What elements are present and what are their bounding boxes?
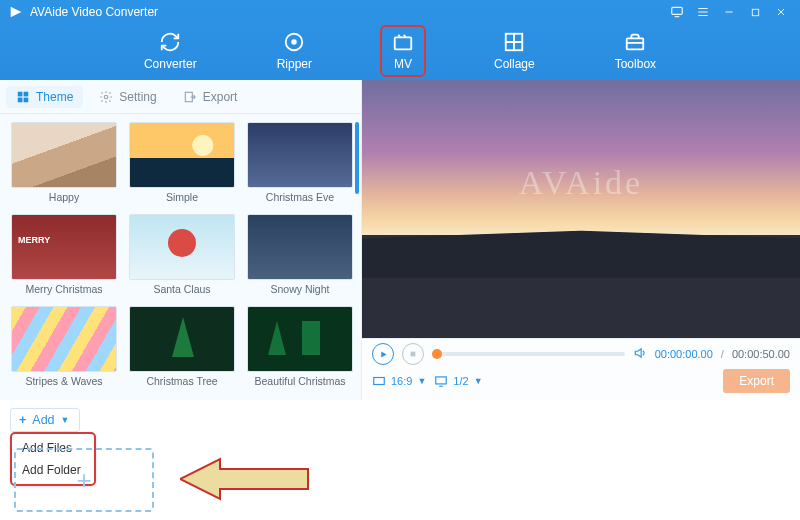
- add-button[interactable]: + Add ▼: [10, 408, 80, 432]
- svg-marker-16: [180, 459, 308, 499]
- theme-label: Christmas Eve: [266, 191, 334, 203]
- minimize-icon[interactable]: [716, 3, 742, 21]
- theme-thumb: [11, 306, 117, 372]
- theme-label: Stripes & Waves: [25, 375, 102, 387]
- theme-label: Merry Christmas: [25, 283, 102, 295]
- svg-rect-1: [752, 9, 758, 15]
- collage-icon: [503, 31, 525, 53]
- theme-item-stripes[interactable]: Stripes & Waves: [10, 306, 118, 392]
- theme-label: Happy: [49, 191, 79, 203]
- main-nav: Converter Ripper MV Collage Toolbox: [0, 22, 800, 80]
- close-icon[interactable]: [768, 3, 794, 21]
- right-panel: AVAide 00:00:00.00/00:00:50.00 16:9 ▼ 1/…: [362, 80, 800, 400]
- chevron-down-icon: ▼: [61, 415, 70, 425]
- tab-export[interactable]: Export: [173, 86, 248, 108]
- time-total: 00:00:50.00: [732, 348, 790, 360]
- theme-icon: [16, 90, 30, 104]
- volume-icon[interactable]: [633, 346, 647, 362]
- time-current: 00:00:00.00: [655, 348, 713, 360]
- plus-icon: +: [19, 413, 26, 427]
- tab-theme[interactable]: Theme: [6, 86, 83, 108]
- aspect-value: 16:9: [391, 375, 412, 387]
- nav-toolbox[interactable]: Toolbox: [603, 25, 668, 77]
- svg-rect-10: [24, 97, 29, 102]
- svg-rect-0: [672, 7, 683, 14]
- theme-item-snowy[interactable]: Snowy Night: [246, 214, 354, 300]
- theme-item-xmas-eve[interactable]: Christmas Eve: [246, 122, 354, 208]
- theme-thumb: [11, 214, 117, 280]
- nav-label: Ripper: [277, 57, 312, 71]
- left-tabs: Theme Setting Export: [0, 80, 361, 114]
- menu-icon[interactable]: [690, 3, 716, 21]
- content-area: Theme Setting Export Happy Simple Christ…: [0, 80, 800, 400]
- theme-item-simple[interactable]: Simple: [128, 122, 236, 208]
- plus-icon: +: [76, 465, 91, 496]
- nav-ripper[interactable]: Ripper: [265, 25, 324, 77]
- theme-label: Simple: [166, 191, 198, 203]
- theme-thumb: [129, 122, 235, 188]
- theme-thumb: [11, 122, 117, 188]
- annotation-arrow-icon: [180, 454, 310, 504]
- theme-thumb: [247, 122, 353, 188]
- bottom-panel: + Add ▼ Add Files Add Folder +: [0, 400, 800, 520]
- player-bar: 00:00:00.00/00:00:50.00 16:9 ▼ 1/2 ▼ Exp…: [362, 338, 800, 400]
- theme-label: Santa Claus: [153, 283, 210, 295]
- theme-item-merry[interactable]: Merry Christmas: [10, 214, 118, 300]
- app-logo-icon: [8, 4, 24, 20]
- nav-label: Toolbox: [615, 57, 656, 71]
- feedback-icon[interactable]: [664, 3, 690, 21]
- video-preview[interactable]: AVAide: [362, 80, 800, 338]
- export-button[interactable]: Export: [723, 369, 790, 393]
- app-header: AVAide Video Converter Converter Ripper …: [0, 0, 800, 80]
- tab-label: Theme: [36, 90, 73, 104]
- tab-label: Export: [203, 90, 238, 104]
- converter-icon: [159, 31, 181, 53]
- screen-icon: [434, 374, 448, 388]
- progress-track[interactable]: [432, 352, 625, 356]
- maximize-icon[interactable]: [742, 3, 768, 21]
- theme-grid[interactable]: Happy Simple Christmas Eve Merry Christm…: [0, 114, 361, 400]
- add-label: Add: [32, 413, 54, 427]
- svg-rect-4: [395, 37, 412, 49]
- svg-rect-9: [18, 97, 23, 102]
- mv-icon: [392, 31, 414, 53]
- theme-item-santa[interactable]: Santa Claus: [128, 214, 236, 300]
- aspect-ratio-selector[interactable]: 16:9 ▼: [372, 374, 426, 388]
- theme-item-beautiful[interactable]: Beautiful Christmas: [246, 306, 354, 392]
- ripper-icon: [283, 31, 305, 53]
- svg-point-3: [292, 40, 296, 44]
- left-panel: Theme Setting Export Happy Simple Christ…: [0, 80, 362, 400]
- aspect-icon: [372, 374, 386, 388]
- theme-item-xmas-tree[interactable]: Christmas Tree: [128, 306, 236, 392]
- toolbox-icon: [624, 31, 646, 53]
- page-selector[interactable]: 1/2 ▼: [434, 374, 482, 388]
- play-button[interactable]: [372, 343, 394, 365]
- nav-converter[interactable]: Converter: [132, 25, 209, 77]
- theme-thumb: [129, 214, 235, 280]
- stop-button[interactable]: [402, 343, 424, 365]
- theme-label: Christmas Tree: [146, 375, 217, 387]
- app-title: AVAide Video Converter: [30, 5, 158, 19]
- page-value: 1/2: [453, 375, 468, 387]
- tab-setting[interactable]: Setting: [89, 86, 166, 108]
- theme-label: Beautiful Christmas: [254, 375, 345, 387]
- preview-watermark: AVAide: [519, 164, 643, 202]
- svg-rect-7: [18, 91, 23, 96]
- svg-rect-13: [411, 352, 416, 357]
- svg-rect-8: [24, 91, 29, 96]
- media-dropzone[interactable]: +: [14, 448, 154, 512]
- theme-item-happy[interactable]: Happy: [10, 122, 118, 208]
- svg-rect-6: [627, 38, 644, 49]
- chevron-down-icon: ▼: [417, 376, 426, 386]
- theme-thumb: [247, 306, 353, 372]
- svg-rect-14: [374, 378, 385, 385]
- nav-collage[interactable]: Collage: [482, 25, 547, 77]
- theme-thumb: [247, 214, 353, 280]
- gear-icon: [99, 90, 113, 104]
- nav-label: Converter: [144, 57, 197, 71]
- preview-mountains: [362, 192, 800, 278]
- svg-point-11: [105, 95, 109, 99]
- tab-label: Setting: [119, 90, 156, 104]
- nav-label: MV: [394, 57, 412, 71]
- nav-mv[interactable]: MV: [380, 25, 426, 77]
